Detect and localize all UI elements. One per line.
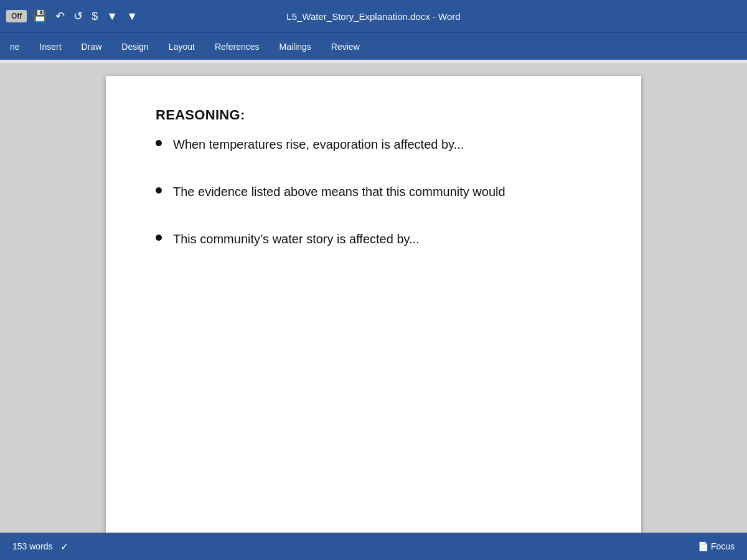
document-title: L5_Water_Story_Explanation.docx - Word (286, 11, 460, 22)
nav-down-icon[interactable]: ▼ (124, 9, 140, 24)
menu-item-draw[interactable]: Draw (72, 35, 112, 58)
bullet-dot-1 (156, 140, 162, 146)
off-button[interactable]: Off (6, 10, 27, 22)
down-arrow-icon[interactable]: ▼ (104, 9, 120, 24)
format-icon[interactable]: $︎ (89, 9, 100, 24)
proofing-icon[interactable]: ✓︎ (60, 541, 68, 553)
status-left: 153 words ✓︎ (12, 541, 68, 553)
menu-item-review[interactable]: Review (321, 35, 370, 58)
menu-item-home[interactable]: ne (0, 35, 30, 58)
bullet-list: When temperatures rise, evaporation is a… (156, 136, 591, 248)
status-right: 📄 Focus (698, 541, 735, 551)
focus-label: Focus (711, 541, 735, 551)
menu-item-references[interactable]: References (205, 35, 270, 58)
bullet-item-1: When temperatures rise, evaporation is a… (156, 136, 591, 153)
redo-icon[interactable]: ↺ (71, 8, 85, 24)
focus-button[interactable]: 📄 Focus (698, 541, 735, 551)
document-page[interactable]: REASONING: When temperatures rise, evapo… (106, 76, 641, 533)
status-bar: 153 words ✓︎ 📄 Focus (0, 533, 747, 560)
bullet-text-3[interactable]: This community’s water story is affected… (173, 230, 591, 248)
section-label: REASONING: (156, 107, 591, 123)
word-count: 153 words (12, 541, 53, 551)
undo-icon[interactable]: ↶ (53, 8, 67, 24)
document-area: REASONING: When temperatures rise, evapo… (0, 63, 747, 533)
menu-item-design[interactable]: Design (111, 35, 159, 58)
toolbar-left: Off 💾 ↶ ↺ $︎ ▼ ▼ (6, 8, 140, 24)
bullet-dot-3 (156, 235, 162, 241)
bullet-text-1[interactable]: When temperatures rise, evaporation is a… (173, 136, 591, 153)
menu-bar: ne Insert Draw Design Layout References … (0, 32, 747, 60)
bullet-dot-2 (156, 187, 162, 194)
save-icon[interactable]: 💾 (31, 8, 49, 24)
menu-item-insert[interactable]: Insert (30, 35, 72, 58)
menu-item-mailings[interactable]: Mailings (270, 35, 321, 58)
bullet-item-2: The evidence listed above means that thi… (156, 183, 591, 200)
bullet-item-3: This community’s water story is affected… (156, 230, 591, 248)
menu-item-layout[interactable]: Layout (159, 35, 205, 58)
focus-doc-icon: 📄 (698, 541, 708, 551)
title-bar: Off 💾 ↶ ↺ $︎ ▼ ▼ L5_Water_Story_Explanat… (0, 0, 747, 32)
bullet-text-2[interactable]: The evidence listed above means that thi… (173, 183, 591, 200)
